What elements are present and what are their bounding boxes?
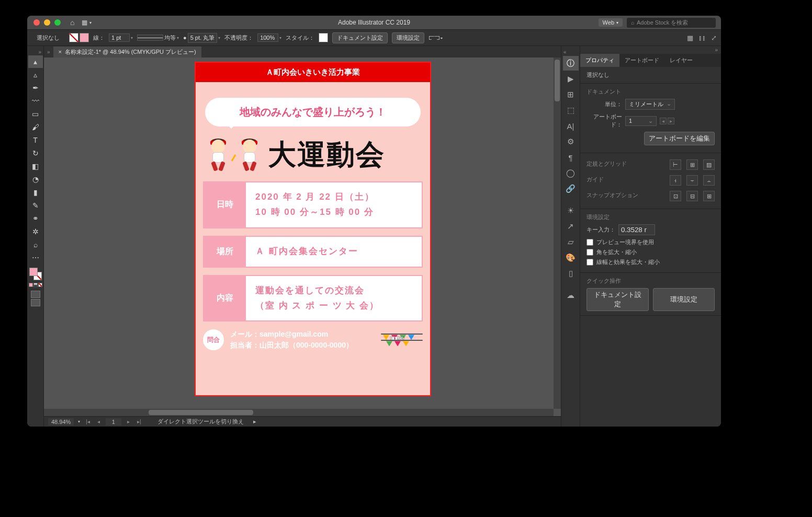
color-mode-solid-icon[interactable] [29,283,33,287]
stock-search[interactable]: ⌕Adobe Stock を検索 [627,18,716,28]
export-dock-icon[interactable]: ↗ [563,219,579,234]
zoom-tool-icon[interactable]: ⌕ [28,238,43,251]
fill-stroke-control[interactable] [28,267,43,281]
quick-doc-setup-button[interactable]: ドキュメント設定 [587,288,649,311]
opacity-field[interactable]: 100% [257,33,281,42]
properties-dock-icon[interactable]: ⓘ [563,56,579,71]
document-tab[interactable]: × 名称未設定-1* @ 48.94% (CMYK/GPU プレビュー) [53,47,201,58]
prev-artboard-btn[interactable]: ◂ [660,118,667,124]
type-tool-icon[interactable]: T [28,134,43,146]
layout-columns-icon[interactable]: ⫿⫿ [698,34,706,42]
close-icon[interactable] [33,19,40,26]
prev-artboard-icon[interactable]: ◂ [96,419,102,424]
gradient-tool-icon[interactable]: ▮ [28,186,43,199]
quick-prefs-button[interactable]: 環境設定 [653,288,715,311]
glyphs-dock-icon[interactable]: ¶ [563,150,579,165]
edit-artboard-button[interactable]: アートボードを編集 [644,132,715,145]
key-input-field[interactable] [618,224,655,235]
tab-properties[interactable]: プロパティ [580,54,619,67]
align-dock-icon[interactable]: ⊞ [563,87,579,102]
artboard-dropdown[interactable]: 1 [625,116,657,126]
document-dock-icon[interactable]: ▯ [563,266,579,281]
swatches-dock-icon[interactable]: ◯ [563,166,579,180]
eyedropper-tool-icon[interactable]: ✎ [28,199,43,212]
ruler-icon[interactable]: ⊢ [670,159,681,170]
vertical-scrollbar[interactable] [554,58,561,409]
brightness-dock-icon[interactable]: ☀ [563,203,579,218]
paintbrush-tool-icon[interactable]: 🖌 [28,121,43,133]
next-artboard-icon[interactable]: ▸ [126,419,131,424]
tab-layers[interactable]: レイヤー [664,54,698,67]
layout-grid-icon[interactable]: ▦ [687,34,693,42]
stroke-swatch[interactable] [80,33,89,42]
runner-boy-icon [203,136,233,174]
play-dock-icon[interactable]: ▶ [563,72,579,86]
shape-builder-tool-icon[interactable]: ◔ [28,173,43,186]
grid-icon[interactable]: ⊞ [686,159,698,170]
first-artboard-icon[interactable]: |◂ [84,419,92,424]
fill-swatch-none[interactable] [69,33,78,42]
type-dock-icon[interactable]: A| [563,119,579,133]
artboard-number[interactable]: 1 [106,418,121,426]
horizontal-scrollbar[interactable] [44,409,554,416]
asset-dock-icon[interactable]: ▱ [563,235,579,249]
color-mode-none-icon[interactable] [38,283,42,287]
pen-tool-icon[interactable]: ✒ [28,82,43,94]
next-artboard-btn[interactable]: ▸ [668,118,674,124]
snap-pixel-icon[interactable]: ⊞ [703,191,715,201]
links-dock-icon[interactable]: 🔗 [563,181,579,196]
cc-libraries-dock-icon[interactable]: ☁ [563,288,579,303]
home-icon[interactable]: ⌂ [70,18,74,27]
workspace-switcher[interactable]: Web▾ [599,18,623,27]
canvas-viewport[interactable]: Ａ町内会いきいき活力事業 地域のみんなで盛り上がろう！ 大運動会 [44,58,561,416]
fill-stroke-swatches[interactable] [69,33,89,42]
graphic-style-swatch[interactable] [319,33,328,42]
eraser-tool-icon[interactable]: ◧ [28,160,43,173]
document-setup-button[interactable]: ドキュメント設定 [332,32,388,43]
screen-mode-normal-icon[interactable] [31,291,40,298]
brush-dropdown[interactable]: ●5 pt. 丸筆 [183,33,220,43]
rotate-tool-icon[interactable]: ↻ [28,147,43,159]
toolbar-expand-icon[interactable]: » [38,49,43,55]
maximize-icon[interactable] [54,19,61,26]
tab-close-icon[interactable]: × [59,49,62,55]
zoom-level[interactable]: 48.94% [48,418,74,426]
snap-point-icon[interactable]: ⊡ [670,191,681,201]
selection-tool-icon[interactable]: ▴ [28,55,43,68]
settings-dock-icon[interactable]: ⚙ [563,134,579,149]
artboard[interactable]: Ａ町内会いきいき活力事業 地域のみんなで盛り上がろう！ 大運動会 [195,62,431,396]
preview-bounds-checkbox[interactable] [587,239,593,246]
edit-toolbar-icon[interactable]: ⋯ [28,251,43,264]
blend-tool-icon[interactable]: ⚭ [28,212,43,225]
scale-corners-checkbox[interactable] [587,249,593,256]
stroke-profile-dropdown[interactable]: 均等 [137,34,179,42]
stroke-weight-stepper[interactable]: 1 pt [109,33,133,42]
symbol-sprayer-tool-icon[interactable]: ✲ [28,225,43,238]
last-artboard-icon[interactable]: ▸| [136,419,143,424]
pathfinder-dock-icon[interactable]: ⬚ [563,103,579,118]
preferences-button[interactable]: 環境設定 [392,32,424,43]
scale-strokes-checkbox[interactable] [587,259,593,266]
guide-lock-icon[interactable]: ⫟ [686,175,698,186]
unit-dropdown[interactable]: ミリメートル [625,99,675,110]
align-icon[interactable]: ⫍⫎▾ [428,35,443,41]
minimize-icon[interactable] [44,19,50,26]
panel-collapse-icon[interactable]: » [712,46,721,54]
direct-selection-tool-icon[interactable]: ▵ [28,68,43,81]
rectangle-tool-icon[interactable]: ▭ [28,108,43,120]
screen-mode-full-icon[interactable] [31,299,40,306]
layout-expand-icon[interactable]: ⤢ [711,34,717,42]
guide-snap-icon[interactable]: ⫠ [703,175,715,186]
transparency-grid-icon[interactable]: ▨ [703,159,715,170]
status-play-icon[interactable]: ▸ [253,418,256,425]
guide-show-icon[interactable]: ⫞ [670,175,681,186]
curvature-tool-icon[interactable]: 〰 [28,95,43,107]
dock-expand-icon[interactable]: « [561,49,567,55]
color-dock-icon[interactable]: 🎨 [563,250,579,265]
arrange-documents-icon[interactable]: ▦▾ [82,19,92,26]
tab-artboards[interactable]: アートボード [619,54,664,67]
snap-grid-btn-icon[interactable]: ⊟ [686,191,698,201]
color-mode-icons[interactable] [29,283,42,287]
tab-expand-icon[interactable]: » [44,49,53,55]
color-mode-gradient-icon[interactable] [33,283,38,287]
